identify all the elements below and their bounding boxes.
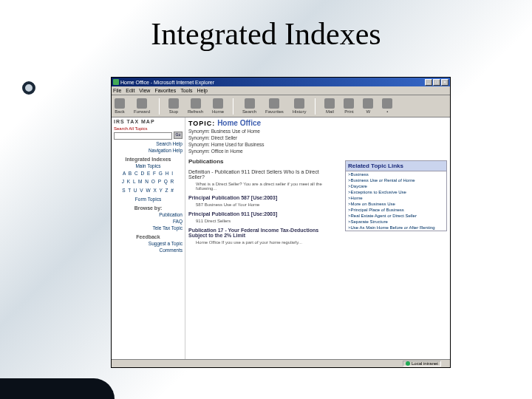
more-button[interactable]: •: [382, 98, 392, 114]
menu-favorites[interactable]: Favorites: [154, 88, 176, 93]
synonym-1: Synonym: Business Use of Home: [188, 129, 447, 134]
alpha-row-2[interactable]: J K L M N O P Q R: [114, 179, 183, 185]
pub-587-body: 587 Business Use of Your Home: [196, 202, 329, 207]
pub-911-body: 911 Direct Sellers: [196, 219, 329, 223]
pub-911-head[interactable]: Principal Publication 911 [Use:2003]: [188, 211, 329, 216]
sidebar: IRS TAX MAP Search All Topics Go Search …: [112, 117, 185, 359]
titlebar: Home Office - Microsoft Internet Explore…: [112, 78, 450, 86]
browser-window: Home Office - Microsoft Internet Explore…: [111, 77, 451, 368]
security-zone: Local intranet: [403, 361, 441, 366]
ie-icon: [113, 79, 119, 85]
stop-button[interactable]: Stop: [168, 98, 179, 114]
related-main-home[interactable]: >Use As Main Home Before or After Rentin…: [346, 225, 446, 231]
toolbar: Back Forward Stop Refresh Home Search Fa…: [112, 95, 450, 117]
comments-link[interactable]: Comments: [114, 248, 183, 253]
topic-name: Home Office: [217, 119, 261, 127]
browse-faq[interactable]: FAQ: [114, 219, 183, 224]
synonym-3: Synonym: Home Used for Business: [188, 142, 447, 147]
pub-definition-head[interactable]: Definition - Publication 911 Direct Sell…: [188, 169, 329, 180]
related-separate-structure[interactable]: >Separate Structure: [346, 219, 446, 225]
related-business-use-rental[interactable]: >Business Use or Rental of Home: [346, 177, 446, 183]
zone-label: Local intranet: [412, 361, 438, 366]
synonym-4: Synonym: Office in Home: [188, 149, 447, 154]
pub-17-head[interactable]: Publication 17 - Your Federal Income Tax…: [188, 228, 329, 238]
related-exceptions[interactable]: >Exceptions to Exclusive Use: [346, 189, 446, 195]
slide-corner-decoration: [0, 378, 115, 399]
main-content: TOPIC: Home Office Synonym: Business Use…: [185, 117, 450, 359]
browse-publication[interactable]: Publication: [114, 212, 183, 217]
menu-tools[interactable]: Tools: [180, 88, 192, 93]
irs-logo: IRS TAX MAP: [114, 119, 183, 124]
related-daycare[interactable]: >Daycare: [346, 183, 446, 189]
search-button[interactable]: Search: [242, 98, 256, 114]
menu-file[interactable]: File: [113, 88, 121, 93]
suggest-topic-link[interactable]: Suggest a Topic: [114, 241, 183, 246]
topic-label: TOPIC:: [188, 120, 215, 127]
related-more-business-use[interactable]: >More on Business Use: [346, 201, 446, 207]
feedback-head: Feedback: [114, 234, 183, 239]
window-title: Home Office - Microsoft Internet Explore…: [120, 80, 214, 85]
home-button[interactable]: Home: [212, 98, 224, 114]
related-real-estate[interactable]: >Real Estate Agent or Direct Seller: [346, 213, 446, 219]
pub-17-body: Home Office If you use a part of your ho…: [196, 240, 329, 245]
print-button[interactable]: Print: [344, 98, 354, 114]
back-button[interactable]: Back: [115, 98, 125, 114]
go-button[interactable]: Go: [174, 132, 183, 139]
menu-edit[interactable]: Edit: [126, 88, 134, 93]
main-topics-link[interactable]: Main Topics: [114, 163, 183, 168]
browse-by-head: Browse by:: [114, 205, 183, 211]
alpha-row-3[interactable]: S T U V W X Y Z #: [114, 188, 183, 194]
search-input[interactable]: [114, 132, 172, 140]
related-home[interactable]: >Home: [346, 195, 446, 201]
refresh-button[interactable]: Refresh: [188, 98, 203, 114]
menubar: File Edit View Favorites Tools Help: [112, 86, 450, 95]
history-button[interactable]: History: [293, 98, 307, 114]
menu-help[interactable]: Help: [197, 88, 208, 93]
integrated-indexes-head: Integrated Indexes: [114, 157, 183, 162]
favorites-button[interactable]: Favorites: [265, 98, 284, 114]
menu-view[interactable]: View: [139, 88, 150, 93]
browse-teletax[interactable]: Tele Tax Topic: [114, 225, 183, 231]
form-topics-link[interactable]: Form Topics: [114, 197, 183, 202]
mail-button[interactable]: Mail: [324, 98, 335, 114]
related-topic-links: Related Topic Links >Business >Business …: [345, 160, 447, 231]
nav-help-link[interactable]: Navigation Help: [114, 148, 183, 153]
pub-587-head[interactable]: Principal Publication 587 [Use:2003]: [188, 195, 329, 200]
forward-button[interactable]: Forward: [134, 98, 150, 114]
zone-icon: [406, 361, 410, 366]
related-heading: Related Topic Links: [346, 161, 446, 171]
synonym-2: Synonym: Direct Seller: [188, 135, 447, 140]
pub-definition-body: What is a Direct Seller? You are a direc…: [196, 182, 329, 191]
statusbar: Local intranet: [112, 359, 450, 367]
related-business[interactable]: >Business: [346, 171, 446, 177]
edit-button[interactable]: W: [363, 98, 373, 114]
related-principal-place[interactable]: >Principal Place of Business: [346, 207, 446, 213]
search-help-link[interactable]: Search Help: [114, 141, 183, 146]
slide-title: Integrated Indexes: [0, 16, 532, 52]
alpha-row-1[interactable]: A B C D E F G H I: [114, 171, 183, 177]
bullet-icon: [22, 81, 35, 95]
minimize-button[interactable]: _: [425, 79, 432, 86]
maximize-button[interactable]: □: [433, 79, 440, 86]
close-button[interactable]: ×: [441, 79, 449, 86]
